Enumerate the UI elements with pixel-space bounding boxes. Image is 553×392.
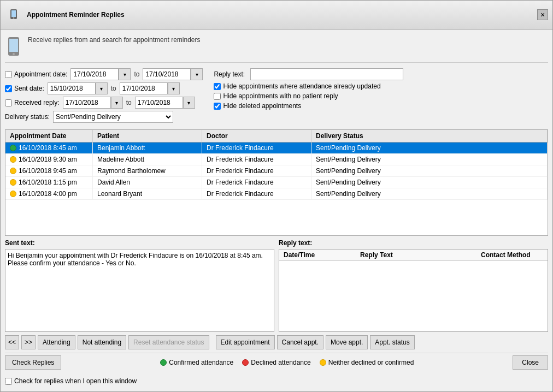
confirmed-label: Confirmed attendance (169, 359, 233, 366)
sent-date-from-picker[interactable]: ▾ (96, 82, 108, 94)
status-dot (10, 191, 16, 197)
reply-text-filter-label: Reply text: (214, 70, 245, 78)
sent-text-area (5, 249, 274, 332)
cancel-appt-button[interactable]: Cancel appt. (277, 335, 323, 349)
cell-date: 16/10/2018 4:00 pm (5, 188, 93, 200)
appointment-date-to[interactable] (143, 68, 191, 80)
reply-text-filter-input[interactable] (250, 68, 403, 80)
appt-status-button[interactable]: Appt. status (370, 335, 414, 349)
table-row[interactable]: 16/10/2018 4:00 pm Leonard Bryant Dr Fre… (5, 188, 548, 200)
col-header-date: Appointment Date (5, 130, 93, 142)
received-date-to[interactable] (135, 97, 183, 109)
table-row[interactable]: 16/10/2018 1:15 pm David Allen Dr Freder… (5, 177, 548, 188)
confirmed-dot (160, 359, 167, 366)
status-dot (10, 156, 16, 163)
delivery-status-select[interactable]: Sent/Pending Delivery Delivered Failed (53, 111, 173, 123)
edit-appointment-button[interactable]: Edit appointment (216, 335, 275, 349)
neither-label: Neither declined or confirmed (328, 359, 414, 366)
cell-doctor: Dr Frederick Findacure (202, 165, 311, 177)
sent-date-from[interactable] (48, 82, 96, 94)
cell-status: Sent/Pending Delivery (311, 177, 548, 188)
reply-col-text: Reply Text (356, 250, 476, 260)
received-date-to-picker[interactable]: ▾ (183, 97, 195, 109)
svg-point-5 (13, 53, 15, 55)
legend-section: Confirmed attendance Declined attendance… (66, 359, 508, 366)
footer-check: Check for replies when I open this windo… (5, 375, 548, 387)
sent-date-to[interactable] (120, 82, 168, 94)
received-date-from-group: ▾ (63, 97, 123, 109)
reply-table-header: Date/Time Reply Text Contact Method (279, 250, 548, 261)
sent-date-to-group: ▾ (120, 82, 180, 94)
sent-date-from-group: ▾ (48, 82, 108, 94)
sent-text-label: Sent text: (5, 239, 274, 247)
table-row[interactable]: 16/10/2018 8:45 am Benjamin Abbott Dr Fr… (5, 142, 548, 154)
svg-rect-4 (9, 39, 18, 52)
table-row[interactable]: 16/10/2018 9:30 am Madeline Abbott Dr Fr… (5, 154, 548, 165)
cell-date: 16/10/2018 1:15 pm (5, 177, 93, 188)
header-description: Receive replies from and search for appo… (28, 36, 200, 44)
appointment-date-to-group: ▾ (143, 68, 203, 80)
appointment-date-from[interactable] (70, 68, 119, 80)
neither-dot (320, 359, 326, 366)
cell-doctor: Dr Frederick Findacure (202, 154, 311, 165)
received-date-to-group: ▾ (135, 97, 195, 109)
sent-date-checkbox[interactable] (5, 85, 12, 92)
sent-text-section: Sent text: (5, 239, 274, 332)
check-on-open-checkbox[interactable] (5, 378, 12, 385)
reply-text-section: Reply text: Date/Time Reply Text Contact… (279, 239, 548, 332)
reset-attendance-button[interactable]: Reset attendance status (128, 335, 209, 349)
appointments-table: Appointment Date Patient Doctor Delivery… (5, 129, 548, 236)
cell-patient: David Allen (93, 177, 202, 188)
svg-point-2 (13, 17, 15, 19)
declined-label: Declined attendance (251, 359, 310, 366)
close-window-button[interactable]: × (537, 9, 548, 20)
cell-doctor: Dr Frederick Findacure (202, 188, 311, 200)
sent-date-row: Sent date: ▾ to ▾ (5, 82, 203, 94)
received-date-from[interactable] (63, 97, 111, 109)
bottom-bar: Check Replies Confirmed attendance Decli… (5, 353, 548, 372)
next-button[interactable]: >> (21, 335, 36, 349)
received-reply-row: Received reply: ▾ to ▾ (5, 97, 203, 109)
not-attending-button[interactable]: Not attending (78, 335, 126, 349)
col-header-doctor: Doctor (202, 130, 311, 142)
table-row[interactable]: 16/10/2018 9:45 am Raymond Bartholomew D… (5, 165, 548, 177)
app-icon (5, 4, 22, 26)
content-area: Receive replies from and search for appo… (1, 29, 552, 391)
col-header-status: Delivery Status (311, 130, 548, 142)
attending-button[interactable]: Attending (38, 335, 75, 349)
appointment-date-checkbox[interactable] (5, 71, 12, 78)
cell-status: Sent/Pending Delivery (311, 188, 548, 200)
status-dot (10, 168, 16, 174)
reply-table: Date/Time Reply Text Contact Method (279, 249, 548, 332)
appointment-date-to-picker[interactable]: ▾ (191, 68, 203, 80)
hide-no-patient-reply-label: Hide appointments with no patient reply (214, 92, 403, 100)
action-buttons-row: << >> Attending Not attending Reset atte… (5, 335, 548, 349)
received-reply-checkbox[interactable] (5, 99, 12, 106)
cell-patient: Madeline Abbott (93, 154, 202, 165)
received-reply-checkbox-label: Received reply: (5, 99, 60, 106)
cell-date: 16/10/2018 9:45 am (5, 165, 93, 177)
status-dot (10, 179, 16, 186)
cell-status: Sent/Pending Delivery (311, 165, 548, 177)
hide-attendance-updated-checkbox[interactable] (214, 83, 221, 90)
appointment-date-from-picker[interactable]: ▾ (119, 68, 131, 80)
check-on-open-label: Check for replies when I open this windo… (14, 377, 137, 385)
col-header-patient: Patient (93, 130, 202, 142)
reply-text-section-label: Reply text: (279, 239, 548, 247)
cell-patient: Leonard Bryant (93, 188, 202, 200)
legend-confirmed: Confirmed attendance (160, 359, 233, 366)
declined-dot (242, 359, 249, 366)
delivery-status-label: Delivery status: (5, 113, 50, 121)
hide-deleted-appointments-checkbox[interactable] (214, 103, 221, 110)
cell-status: Sent/Pending Delivery (311, 142, 548, 154)
received-date-from-picker[interactable]: ▾ (111, 97, 123, 109)
move-appt-button[interactable]: Move appt. (326, 335, 368, 349)
svg-rect-1 (11, 10, 16, 17)
prev-button[interactable]: << (5, 335, 19, 349)
cell-doctor: Dr Frederick Findacure (202, 177, 311, 188)
check-replies-button[interactable]: Check Replies (5, 355, 61, 370)
sent-date-to-picker[interactable]: ▾ (168, 82, 180, 94)
hide-no-patient-reply-checkbox[interactable] (214, 93, 221, 100)
table-header: Appointment Date Patient Doctor Delivery… (5, 130, 548, 142)
close-button[interactable]: Close (513, 355, 548, 370)
